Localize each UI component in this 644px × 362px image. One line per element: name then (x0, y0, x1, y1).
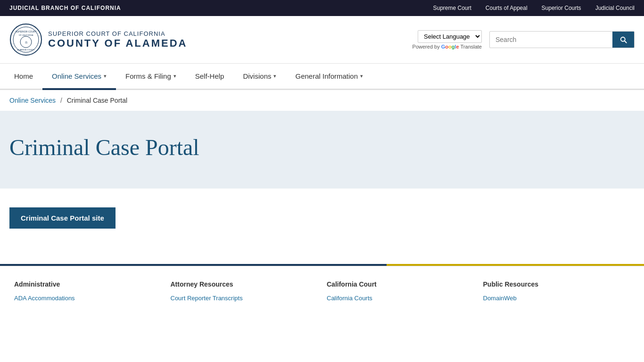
court-name-line2: COUNTY OF ALAMEDA (48, 37, 187, 49)
court-reporter-link[interactable]: Court Reporter Transcripts (171, 295, 318, 302)
top-bar: JUDICIAL BRANCH OF CALIFORNIA Supreme Co… (0, 0, 644, 16)
translate-area: Select Language Powered by Google Transl… (413, 30, 482, 49)
nav-item-general-information: General Information ▾ (286, 64, 372, 89)
court-name-line1: SUPERIOR COURT OF CALIFORNIA (48, 30, 187, 37)
footer-col-attorney-resources: Attorney Resources Court Reporter Transc… (171, 280, 318, 304)
footer-col-public-resources: Public Resources DomainWeb (483, 280, 630, 304)
nav-item-online-services: Online Services ▾ (42, 64, 116, 89)
google-brand: Google (441, 44, 459, 49)
chevron-down-icon: ▾ (104, 73, 107, 79)
nav-list: Home Online Services ▾ Forms & Filing ▾ … (0, 64, 644, 89)
top-bar-nav: Supreme Court Courts of Appeal Superior … (433, 5, 635, 11)
breadcrumb-separator: / (60, 97, 62, 104)
svg-text:SUPERIOR COURT: SUPERIOR COURT (15, 30, 36, 33)
chevron-down-icon: ▾ (360, 73, 363, 79)
search-input[interactable] (490, 32, 612, 47)
courts-of-appeal-link[interactable]: Courts of Appeal (486, 5, 528, 11)
chevron-down-icon: ▾ (173, 73, 176, 79)
logo-text: SUPERIOR COURT OF CALIFORNIA COUNTY OF A… (48, 30, 187, 49)
footer-heading-california-court: California Court (327, 280, 474, 288)
header-right: Select Language Powered by Google Transl… (413, 30, 635, 49)
nav-item-forms-filing: Forms & Filing ▾ (116, 64, 186, 89)
footer-grid: Administrative ADA Accommodations Attorn… (9, 280, 635, 304)
footer-heading-administrative: Administrative (14, 280, 161, 288)
site-footer: Administrative ADA Accommodations Attorn… (0, 266, 644, 314)
svg-text:ALAMEDA COUNTY: ALAMEDA COUNTY (17, 49, 35, 51)
search-icon (619, 35, 627, 44)
search-button[interactable] (612, 32, 634, 48)
site-logo[interactable]: SUPERIOR COURT OF CALIFORNIA ⚖ ALAMEDA C… (9, 23, 187, 56)
nav-online-services-link[interactable]: Online Services ▾ (42, 64, 116, 89)
portal-button[interactable]: Criminal Case Portal site (9, 207, 116, 229)
judicial-council-link[interactable]: Judicial Council (595, 5, 635, 11)
chevron-down-icon: ▾ (273, 73, 276, 79)
footer-heading-attorney-resources: Attorney Resources (171, 280, 318, 288)
domainweb-link[interactable]: DomainWeb (483, 295, 630, 302)
language-select[interactable]: Select Language (418, 30, 482, 43)
search-bar (489, 31, 635, 48)
breadcrumb-current: Criminal Case Portal (67, 97, 127, 104)
ca-courts-link[interactable]: California Courts (327, 295, 474, 302)
judicial-branch-brand: JUDICIAL BRANCH OF CALIFORNIA (9, 5, 121, 11)
svg-text:OF CALIFORNIA: OF CALIFORNIA (19, 34, 33, 36)
nav-forms-filing-link[interactable]: Forms & Filing ▾ (116, 64, 186, 89)
footer-heading-public-resources: Public Resources (483, 280, 630, 288)
nav-divisions-link[interactable]: Divisions ▾ (233, 64, 286, 89)
breadcrumb: Online Services / Criminal Case Portal (0, 90, 644, 111)
court-seal-icon: SUPERIOR COURT OF CALIFORNIA ⚖ ALAMEDA C… (9, 23, 42, 56)
nav-item-self-help: Self-Help (186, 64, 234, 89)
nav-item-divisions: Divisions ▾ (233, 64, 286, 89)
superior-courts-link[interactable]: Superior Courts (542, 5, 581, 11)
supreme-court-link[interactable]: Supreme Court (433, 5, 471, 11)
nav-general-information-link[interactable]: General Information ▾ (286, 64, 372, 89)
footer-col-california-court: California Court California Courts (327, 280, 474, 304)
ada-link[interactable]: ADA Accommodations (14, 295, 161, 302)
nav-home-link[interactable]: Home (5, 64, 42, 89)
page-title-area: Criminal Case Portal (0, 111, 644, 189)
powered-by-text: Powered by Google Translate (413, 44, 482, 49)
nav-item-home: Home (5, 64, 42, 89)
svg-text:⚖: ⚖ (25, 41, 28, 44)
page-title: Criminal Case Portal (9, 134, 635, 160)
nav-self-help-link[interactable]: Self-Help (186, 64, 234, 89)
footer-col-administrative: Administrative ADA Accommodations (14, 280, 161, 304)
main-nav: Home Online Services ▾ Forms & Filing ▾ … (0, 64, 644, 90)
breadcrumb-parent-link[interactable]: Online Services (9, 97, 56, 104)
site-header: SUPERIOR COURT OF CALIFORNIA ⚖ ALAMEDA C… (0, 16, 644, 64)
content-area: Criminal Case Portal site (0, 189, 644, 264)
